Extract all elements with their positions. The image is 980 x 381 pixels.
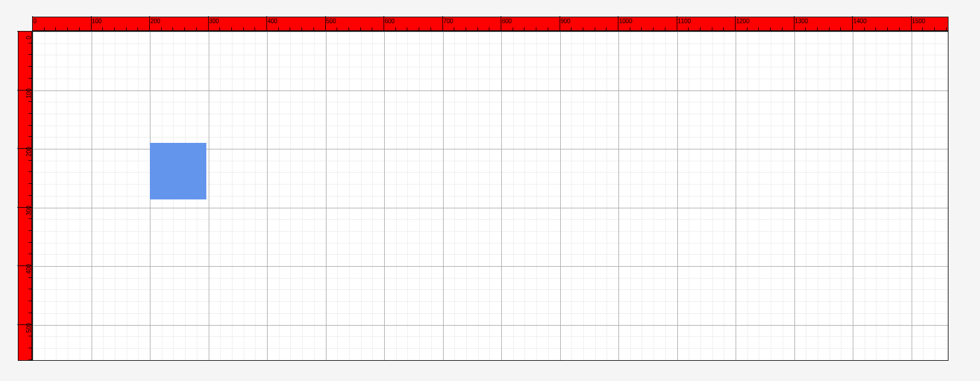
grid-line-major bbox=[501, 32, 502, 360]
ruler-tick-minor bbox=[29, 66, 32, 67]
ruler-tick-minor bbox=[922, 27, 923, 30]
ruler-tick-minor bbox=[137, 27, 138, 30]
grid-line bbox=[33, 102, 948, 102]
ruler-tick-minor bbox=[887, 27, 888, 30]
ruler-label: 500 bbox=[326, 18, 337, 24]
ruler-tick-minor bbox=[79, 27, 80, 30]
ruler-label: 1200 bbox=[736, 18, 749, 24]
ruler-tick-minor bbox=[231, 27, 232, 30]
ruler-tick-minor bbox=[571, 27, 571, 30]
ruler-tick-minor bbox=[583, 27, 583, 30]
ruler-tick-minor bbox=[301, 27, 302, 30]
ruler-tick-minor bbox=[290, 27, 290, 30]
ruler-label: 1300 bbox=[795, 18, 808, 24]
ruler-label: 300 bbox=[209, 18, 219, 24]
ruler-tick-major bbox=[735, 16, 736, 30]
ruler-tick-minor bbox=[29, 289, 32, 289]
shape-rectangle[interactable] bbox=[150, 143, 206, 199]
ruler-tick-major bbox=[208, 16, 209, 30]
ruler-tick-minor bbox=[513, 27, 513, 30]
ruler-tick-minor bbox=[29, 101, 32, 102]
ruler-tick-major bbox=[17, 31, 32, 32]
ruler-tick-minor bbox=[55, 27, 56, 30]
grid-line-major bbox=[92, 32, 92, 360]
ruler-tick-minor bbox=[29, 160, 32, 161]
ruler-horizontal[interactable]: 0100200300400500600700800900100011001200… bbox=[32, 17, 948, 31]
ruler-tick-minor bbox=[454, 27, 454, 30]
ruler-tick-major bbox=[17, 90, 32, 90]
ruler-label: 1400 bbox=[853, 18, 866, 24]
ruler-tick-minor bbox=[840, 27, 841, 30]
grid-line-major bbox=[33, 90, 948, 91]
ruler-tick-minor bbox=[524, 27, 524, 30]
ruler-tick-minor bbox=[489, 27, 489, 30]
ruler-tick-minor bbox=[934, 27, 935, 30]
ruler-tick-minor bbox=[946, 27, 947, 30]
ruler-tick-minor bbox=[219, 27, 220, 30]
ruler-tick-minor bbox=[700, 27, 701, 30]
ruler-tick-minor bbox=[29, 113, 32, 114]
ruler-tick-major bbox=[501, 16, 501, 30]
grid-line bbox=[33, 67, 948, 67]
drawing-canvas[interactable] bbox=[32, 31, 948, 361]
ruler-tick-major bbox=[149, 16, 150, 30]
ruler-vertical[interactable]: 0100200300400500 bbox=[18, 31, 32, 361]
ruler-tick-minor bbox=[29, 125, 32, 126]
ruler-tick-minor bbox=[184, 27, 185, 30]
ruler-tick-major bbox=[852, 16, 853, 30]
ruler-tick-minor bbox=[829, 27, 830, 30]
ruler-tick-minor bbox=[29, 313, 32, 313]
grid-line-major bbox=[853, 32, 853, 360]
ruler-tick-minor bbox=[747, 27, 747, 30]
grid-line-major bbox=[912, 32, 912, 360]
ruler-tick-minor bbox=[466, 27, 466, 30]
grid-line bbox=[33, 278, 948, 279]
ruler-tick-minor bbox=[372, 27, 372, 30]
ruler-tick-minor bbox=[29, 336, 32, 336]
grid-line-major bbox=[326, 32, 326, 360]
ruler-tick-minor bbox=[665, 27, 665, 30]
ruler-tick-minor bbox=[595, 27, 595, 30]
grid-line bbox=[33, 301, 948, 302]
ruler-tick-minor bbox=[630, 27, 630, 30]
ruler-tick-major bbox=[560, 16, 560, 30]
ruler-tick-major bbox=[384, 16, 384, 30]
ruler-tick-major bbox=[794, 16, 794, 30]
ruler-tick-minor bbox=[29, 301, 32, 301]
ruler-label: 600 bbox=[385, 18, 395, 24]
ruler-tick-major bbox=[17, 324, 32, 325]
grid-line-major bbox=[209, 32, 209, 360]
ruler-tick-minor bbox=[102, 27, 103, 30]
grid-line bbox=[33, 219, 948, 220]
ruler-tick-minor bbox=[29, 195, 32, 196]
grid-line bbox=[33, 126, 948, 126]
grid-line bbox=[33, 336, 948, 337]
ruler-tick-major bbox=[677, 16, 677, 30]
ruler-tick-major bbox=[618, 16, 618, 30]
grid-line-major bbox=[560, 32, 561, 360]
ruler-tick-minor bbox=[29, 277, 32, 278]
ruler-tick-minor bbox=[770, 27, 771, 30]
editor-container: 0100200300400500600700800900100011001200… bbox=[18, 17, 948, 361]
ruler-tick-minor bbox=[653, 27, 654, 30]
ruler-label: 1500 bbox=[912, 18, 925, 24]
ruler-tick-major bbox=[442, 16, 443, 30]
ruler-tick-minor bbox=[196, 27, 197, 30]
ruler-tick-minor bbox=[29, 78, 32, 79]
ruler-corner bbox=[18, 17, 32, 31]
ruler-tick-minor bbox=[419, 27, 419, 30]
grid-line bbox=[33, 243, 948, 243]
ruler-tick-minor bbox=[805, 27, 806, 30]
ruler-tick-minor bbox=[29, 136, 32, 137]
ruler-tick-minor bbox=[431, 27, 431, 30]
ruler-label: 200 bbox=[150, 18, 161, 24]
ruler-label: 800 bbox=[502, 18, 512, 24]
ruler-tick-minor bbox=[29, 348, 32, 348]
ruler-tick-minor bbox=[641, 27, 642, 30]
ruler-tick-minor bbox=[782, 27, 783, 30]
ruler-tick-minor bbox=[548, 27, 548, 30]
grid-line-major bbox=[794, 32, 795, 360]
ruler-tick-minor bbox=[395, 27, 396, 30]
grid-line-major bbox=[443, 32, 444, 360]
grid-line bbox=[33, 79, 948, 79]
